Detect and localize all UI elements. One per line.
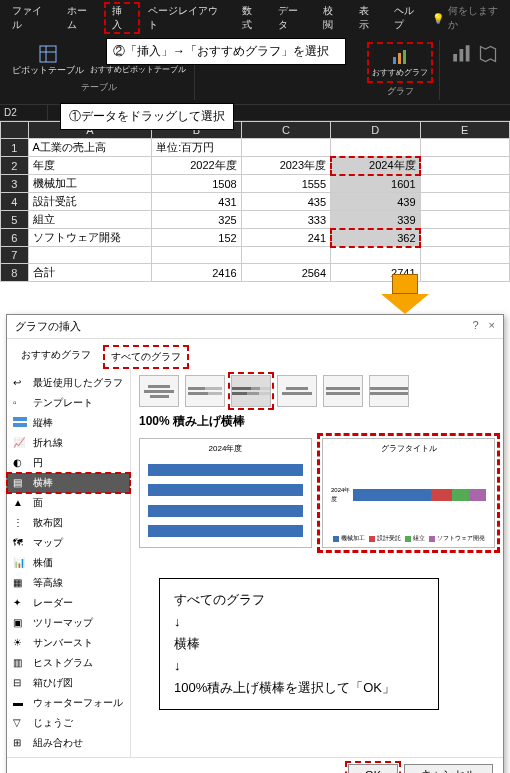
- cell[interactable]: 2564: [241, 264, 330, 282]
- cell-selected[interactable]: 1601: [331, 175, 420, 193]
- side-box[interactable]: ⊟箱ひげ図: [7, 673, 130, 693]
- cell[interactable]: 1555: [241, 175, 330, 193]
- col-E[interactable]: E: [420, 122, 509, 139]
- cell[interactable]: [420, 157, 509, 175]
- side-map[interactable]: 🗺マップ: [7, 533, 130, 553]
- col-C[interactable]: C: [241, 122, 330, 139]
- cell[interactable]: 合計: [28, 264, 152, 282]
- tab-recommended[interactable]: おすすめグラフ: [15, 345, 97, 369]
- cell[interactable]: 325: [152, 211, 241, 229]
- cell[interactable]: [241, 139, 330, 157]
- row-hdr[interactable]: 1: [1, 139, 29, 157]
- cancel-button[interactable]: キャンセル: [404, 764, 493, 773]
- row-hdr[interactable]: 4: [1, 193, 29, 211]
- side-pie[interactable]: ◐円: [7, 453, 130, 473]
- row-hdr[interactable]: 5: [1, 211, 29, 229]
- cell[interactable]: [152, 247, 241, 264]
- row-hdr[interactable]: 3: [1, 175, 29, 193]
- cell[interactable]: 2416: [152, 264, 241, 282]
- side-combo[interactable]: ⊞組み合わせ: [7, 733, 130, 753]
- side-funnel[interactable]: ▽じょうご: [7, 713, 130, 733]
- cell[interactable]: 2023年度: [241, 157, 330, 175]
- corner-cell[interactable]: [1, 122, 29, 139]
- side-sunburst[interactable]: ☀サンバースト: [7, 633, 130, 653]
- cell[interactable]: [420, 247, 509, 264]
- ok-button[interactable]: OK: [348, 764, 398, 773]
- chart-preview-1[interactable]: 2024年度: [139, 438, 312, 548]
- side-bar[interactable]: ▤横棒: [7, 473, 130, 493]
- menu-help[interactable]: ヘルプ: [386, 2, 431, 34]
- cell[interactable]: 設計受託: [28, 193, 152, 211]
- cell[interactable]: 機械加工: [28, 175, 152, 193]
- subtype-3d-clustered-bar[interactable]: [277, 375, 317, 407]
- cell[interactable]: [331, 247, 420, 264]
- cell[interactable]: [420, 229, 509, 247]
- cell-selected[interactable]: 362: [331, 229, 420, 247]
- cell[interactable]: A工業の売上高: [28, 139, 152, 157]
- menu-home[interactable]: ホーム: [59, 2, 104, 34]
- close-icon[interactable]: ×: [489, 319, 495, 334]
- cell[interactable]: [420, 211, 509, 229]
- menu-data[interactable]: データ: [270, 2, 315, 34]
- side-recent[interactable]: ↩最近使用したグラフ: [7, 373, 130, 393]
- tell-me-search[interactable]: 💡 何をしますか: [432, 2, 506, 34]
- name-box[interactable]: D2: [0, 105, 48, 120]
- cell[interactable]: [241, 247, 330, 264]
- cell-selected[interactable]: 2024年度: [331, 157, 420, 175]
- cell-selected[interactable]: 339: [331, 211, 420, 229]
- side-stock[interactable]: 📊株価: [7, 553, 130, 573]
- side-histogram[interactable]: ▥ヒストグラム: [7, 653, 130, 673]
- side-radar[interactable]: ✦レーダー: [7, 593, 130, 613]
- menu-pagelayout[interactable]: ページレイアウト: [140, 2, 234, 34]
- side-template[interactable]: ▫テンプレート: [7, 393, 130, 413]
- spreadsheet[interactable]: A B C D E 1A工業の売上高単位:百万円 2年度2022年度2023年度…: [0, 121, 510, 282]
- menu-view[interactable]: 表示: [351, 2, 387, 34]
- subtype-3d-100-stacked-bar[interactable]: [369, 375, 409, 407]
- side-surface[interactable]: ▦等高線: [7, 573, 130, 593]
- cell[interactable]: 241: [241, 229, 330, 247]
- cell[interactable]: [420, 175, 509, 193]
- chart-preview-2[interactable]: グラフタイトル 2024年度 機械: [322, 438, 495, 548]
- cell[interactable]: [420, 139, 509, 157]
- side-treemap[interactable]: ▣ツリーマップ: [7, 613, 130, 633]
- cell[interactable]: 組立: [28, 211, 152, 229]
- cell[interactable]: 435: [241, 193, 330, 211]
- cell[interactable]: 単位:百万円: [152, 139, 241, 157]
- help-icon[interactable]: ?: [472, 319, 478, 334]
- cell[interactable]: [28, 247, 152, 264]
- cell-selected[interactable]: 439: [331, 193, 420, 211]
- menu-file[interactable]: ファイル: [4, 2, 59, 34]
- side-column[interactable]: 縦棒: [7, 413, 130, 433]
- cell[interactable]: ソフトウェア開発: [28, 229, 152, 247]
- col-D[interactable]: D: [331, 122, 420, 139]
- side-scatter[interactable]: ⋮散布図: [7, 513, 130, 533]
- side-line[interactable]: 📈折れ線: [7, 433, 130, 453]
- cell[interactable]: [420, 193, 509, 211]
- cell[interactable]: 431: [152, 193, 241, 211]
- cell[interactable]: 1508: [152, 175, 241, 193]
- subtype-clustered-bar[interactable]: [139, 375, 179, 407]
- row-hdr[interactable]: 2: [1, 157, 29, 175]
- subtype-3d-stacked-bar[interactable]: [323, 375, 363, 407]
- tab-all-charts[interactable]: すべてのグラフ: [103, 345, 189, 369]
- cell[interactable]: 年度: [28, 157, 152, 175]
- subtype-stacked-bar[interactable]: [185, 375, 225, 407]
- menu-formulas[interactable]: 数式: [234, 2, 270, 34]
- side-area[interactable]: ▲面: [7, 493, 130, 513]
- cell[interactable]: 2022年度: [152, 157, 241, 175]
- side-waterfall[interactable]: ▬ウォーターフォール: [7, 693, 130, 713]
- menu-review[interactable]: 校閲: [315, 2, 351, 34]
- cell[interactable]: [420, 264, 509, 282]
- map-icon[interactable]: [476, 42, 500, 66]
- pivot-table-button[interactable]: ピボットテーブル: [10, 42, 86, 79]
- row-hdr[interactable]: 6: [1, 229, 29, 247]
- row-hdr[interactable]: 7: [1, 247, 29, 264]
- chart-type-icon[interactable]: [450, 42, 474, 66]
- subtype-100-stacked-bar[interactable]: [231, 375, 271, 407]
- recommend-chart-button[interactable]: おすすめグラフ: [370, 45, 430, 80]
- cell[interactable]: [331, 139, 420, 157]
- row-hdr[interactable]: 8: [1, 264, 29, 282]
- menu-insert[interactable]: 挿入: [104, 2, 140, 34]
- cell[interactable]: 152: [152, 229, 241, 247]
- cell[interactable]: 333: [241, 211, 330, 229]
